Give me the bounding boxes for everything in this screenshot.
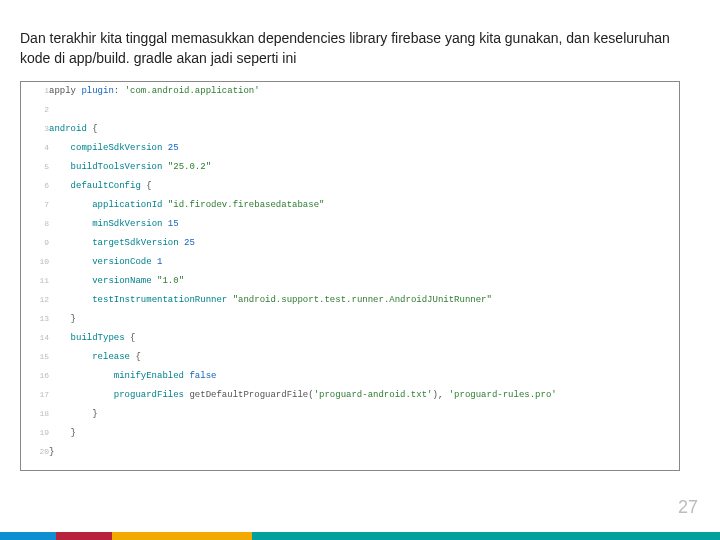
code-line: 3android { — [21, 120, 679, 139]
code-table: 1apply plugin: 'com.android.application'… — [21, 82, 679, 462]
slide-description: Dan terakhir kita tinggal memasukkan dep… — [20, 28, 700, 69]
line-number: 10 — [21, 253, 49, 272]
code-line: 16 minifyEnabled false — [21, 367, 679, 386]
line-number: 7 — [21, 196, 49, 215]
line-number: 16 — [21, 367, 49, 386]
code-line: 18 } — [21, 405, 679, 424]
line-number: 5 — [21, 158, 49, 177]
code-content: testInstrumentationRunner "android.suppo… — [49, 291, 679, 310]
code-content: buildToolsVersion "25.0.2" — [49, 158, 679, 177]
code-line: 11 versionName "1.0" — [21, 272, 679, 291]
line-number: 18 — [21, 405, 49, 424]
line-number: 15 — [21, 348, 49, 367]
line-number: 17 — [21, 386, 49, 405]
code-line: 10 versionCode 1 — [21, 253, 679, 272]
code-line: 8 minSdkVersion 15 — [21, 215, 679, 234]
code-content: minSdkVersion 15 — [49, 215, 679, 234]
code-line: 12 testInstrumentationRunner "android.su… — [21, 291, 679, 310]
code-line: 5 buildToolsVersion "25.0.2" — [21, 158, 679, 177]
line-number: 9 — [21, 234, 49, 253]
code-content: } — [49, 310, 679, 329]
code-line: 2 — [21, 101, 679, 120]
line-number: 2 — [21, 101, 49, 120]
code-content: applicationId "id.firodev.firebasedataba… — [49, 196, 679, 215]
line-number: 3 — [21, 120, 49, 139]
code-block: 1apply plugin: 'com.android.application'… — [20, 81, 680, 471]
code-line: 17 proguardFiles getDefaultProguardFile(… — [21, 386, 679, 405]
code-content: android { — [49, 120, 679, 139]
code-line: 13 } — [21, 310, 679, 329]
code-content — [49, 101, 679, 120]
code-content: defaultConfig { — [49, 177, 679, 196]
code-content: } — [49, 424, 679, 443]
code-content: apply plugin: 'com.android.application' — [49, 82, 679, 101]
code-content: proguardFiles getDefaultProguardFile('pr… — [49, 386, 679, 405]
line-number: 4 — [21, 139, 49, 158]
line-number: 1 — [21, 82, 49, 101]
line-number: 13 — [21, 310, 49, 329]
code-content: targetSdkVersion 25 — [49, 234, 679, 253]
code-content: minifyEnabled false — [49, 367, 679, 386]
line-number: 14 — [21, 329, 49, 348]
line-number: 12 — [21, 291, 49, 310]
code-line: 6 defaultConfig { — [21, 177, 679, 196]
code-line: 15 release { — [21, 348, 679, 367]
code-content: buildTypes { — [49, 329, 679, 348]
code-content: } — [49, 405, 679, 424]
code-line: 20} — [21, 443, 679, 462]
line-number: 20 — [21, 443, 49, 462]
line-number: 19 — [21, 424, 49, 443]
footer-accent-bar — [0, 532, 720, 540]
code-line: 1apply plugin: 'com.android.application' — [21, 82, 679, 101]
code-content: compileSdkVersion 25 — [49, 139, 679, 158]
code-line: 7 applicationId "id.firodev.firebasedata… — [21, 196, 679, 215]
code-content: versionName "1.0" — [49, 272, 679, 291]
code-content: } — [49, 443, 679, 462]
line-number: 11 — [21, 272, 49, 291]
code-content: release { — [49, 348, 679, 367]
code-line: 19 } — [21, 424, 679, 443]
code-content: versionCode 1 — [49, 253, 679, 272]
page-number: 27 — [678, 497, 698, 518]
code-line: 9 targetSdkVersion 25 — [21, 234, 679, 253]
code-line: 14 buildTypes { — [21, 329, 679, 348]
line-number: 6 — [21, 177, 49, 196]
line-number: 8 — [21, 215, 49, 234]
code-line: 4 compileSdkVersion 25 — [21, 139, 679, 158]
